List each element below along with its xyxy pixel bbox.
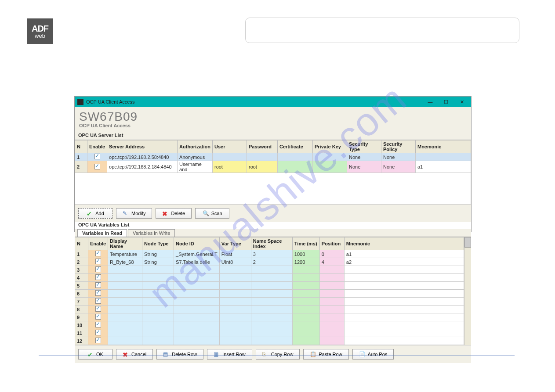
cell-time[interactable]	[292, 337, 319, 345]
cell-namespace-index[interactable]	[251, 290, 292, 298]
cell-namespace-index[interactable]	[251, 313, 292, 321]
cell-mnemonic[interactable]	[344, 266, 464, 274]
cell-mnemonic[interactable]	[344, 290, 464, 298]
cell-node-id[interactable]	[174, 290, 220, 298]
modify-button[interactable]: ✎Modify	[116, 208, 152, 219]
cell-display-name[interactable]	[108, 337, 142, 345]
variable-row[interactable]: 8	[75, 306, 464, 313]
cell-mnemonic[interactable]	[344, 313, 464, 321]
tab-variables-read[interactable]: Variables in Read	[77, 229, 127, 237]
cell-mnemonic[interactable]	[344, 306, 464, 313]
cell-pkey[interactable]	[312, 153, 347, 161]
checkbox-icon[interactable]	[95, 282, 101, 288]
cell-var-type[interactable]	[219, 313, 251, 321]
variable-row[interactable]: 10	[75, 321, 464, 329]
cell-node-type[interactable]	[142, 282, 174, 290]
cell-node-type[interactable]	[142, 329, 174, 337]
cell-display-name[interactable]	[108, 298, 142, 306]
checkbox-icon[interactable]	[95, 290, 101, 296]
variable-row[interactable]: 11	[75, 329, 464, 337]
cell-display-name[interactable]	[108, 321, 142, 329]
cell-mnemonic[interactable]: a1	[344, 250, 464, 258]
variable-row[interactable]: 9	[75, 313, 464, 321]
cell-enable[interactable]	[87, 153, 107, 161]
cell-position[interactable]: 4	[319, 258, 344, 266]
cell-node-type[interactable]	[142, 321, 174, 329]
cancel-button[interactable]: ✖Cancel	[116, 349, 153, 360]
cell-display-name[interactable]: Temperature	[108, 250, 142, 258]
server-row[interactable]: 2 opc.tcp://192.168.2.184:4840 Username …	[75, 161, 471, 173]
cell-var-type[interactable]	[219, 274, 251, 282]
variable-row[interactable]: 7	[75, 298, 464, 306]
cell-node-id[interactable]	[174, 321, 220, 329]
cell-namespace-index[interactable]: 2	[251, 258, 292, 266]
cell-var-type[interactable]: Float	[219, 250, 251, 258]
cell-mnemonic[interactable]	[344, 274, 464, 282]
cell-display-name[interactable]	[108, 266, 142, 274]
cell-user[interactable]: root	[212, 161, 247, 173]
cell-addr[interactable]: opc.tcp://192.168.2.58:4840	[107, 153, 178, 161]
cell-mnemonic[interactable]: a2	[344, 258, 464, 266]
tab-variables-write[interactable]: Variables in Write	[128, 229, 175, 237]
cell-enable[interactable]	[88, 274, 108, 282]
variable-row[interactable]: 12	[75, 337, 464, 345]
cell-node-id[interactable]: S7.Tabella delle	[174, 258, 220, 266]
cell-enable[interactable]	[88, 306, 108, 313]
cell-enable[interactable]	[88, 290, 108, 298]
cell-node-type[interactable]	[142, 337, 174, 345]
delete-row-button[interactable]: ▤Delete Row	[156, 349, 203, 360]
cell-position[interactable]	[319, 313, 344, 321]
cell-node-type[interactable]	[142, 306, 174, 313]
maximize-button[interactable]: ☐	[439, 99, 453, 105]
cell-enable[interactable]	[88, 313, 108, 321]
cell-pass[interactable]: root	[247, 161, 277, 173]
ok-button[interactable]: ✔OK	[78, 349, 112, 360]
cell-mnemonic[interactable]	[344, 282, 464, 290]
checkbox-icon[interactable]	[95, 274, 101, 280]
cell-namespace-index[interactable]	[251, 321, 292, 329]
cell-display-name[interactable]	[108, 313, 142, 321]
cell-mnemonic[interactable]	[344, 329, 464, 337]
minimize-button[interactable]: —	[424, 99, 437, 104]
cell-display-name[interactable]	[108, 290, 142, 298]
cell-time[interactable]	[292, 266, 319, 274]
delete-button[interactable]: ✖Delete	[156, 208, 192, 219]
cell-node-id[interactable]	[174, 313, 220, 321]
variable-row[interactable]: 2R_Byte_68StringS7.Tabella delleUInt8212…	[75, 258, 464, 266]
checkbox-icon[interactable]	[95, 259, 101, 264]
cell-display-name[interactable]: R_Byte_68	[108, 258, 142, 266]
cell-position[interactable]	[319, 306, 344, 313]
cell-auth[interactable]: Anonymous	[178, 153, 213, 161]
cell-display-name[interactable]	[108, 274, 142, 282]
cell-addr[interactable]: opc.tcp://192.168.2.184:4840	[107, 161, 178, 173]
cell-node-id[interactable]	[174, 337, 220, 345]
cell-node-type[interactable]	[142, 290, 174, 298]
cell-mnemonic[interactable]	[344, 337, 464, 345]
cell-enable[interactable]	[88, 321, 108, 329]
cell-pkey[interactable]	[312, 161, 347, 173]
variable-row[interactable]: 1TemperatureString_System.General.TFloat…	[75, 250, 464, 258]
server-row[interactable]: 1 opc.tcp://192.168.2.58:4840 Anonymous …	[75, 153, 471, 161]
cell-display-name[interactable]	[108, 282, 142, 290]
cell-enable[interactable]	[88, 298, 108, 306]
cell-enable[interactable]	[88, 337, 108, 345]
cell-secpol[interactable]: None	[381, 153, 415, 161]
cell-position[interactable]	[319, 298, 344, 306]
close-button[interactable]: ✕	[455, 99, 468, 105]
cell-var-type[interactable]: UInt8	[219, 258, 251, 266]
cell-enable[interactable]	[88, 329, 108, 337]
cell-var-type[interactable]	[219, 282, 251, 290]
cell-cert[interactable]	[277, 161, 312, 173]
cell-enable[interactable]	[88, 258, 108, 266]
add-button[interactable]: ✔Add	[78, 208, 112, 219]
cell-node-id[interactable]	[174, 274, 220, 282]
cell-position[interactable]	[319, 337, 344, 345]
cell-node-type[interactable]	[142, 313, 174, 321]
cell-auth[interactable]: Username and	[178, 161, 213, 173]
cell-var-type[interactable]	[219, 321, 251, 329]
cell-node-id[interactable]	[174, 306, 220, 313]
scan-button[interactable]: 🔍Scan	[195, 208, 229, 219]
cell-sectype[interactable]: None	[347, 161, 381, 173]
cell-time[interactable]: 1000	[292, 250, 319, 258]
cell-node-id[interactable]	[174, 329, 220, 337]
